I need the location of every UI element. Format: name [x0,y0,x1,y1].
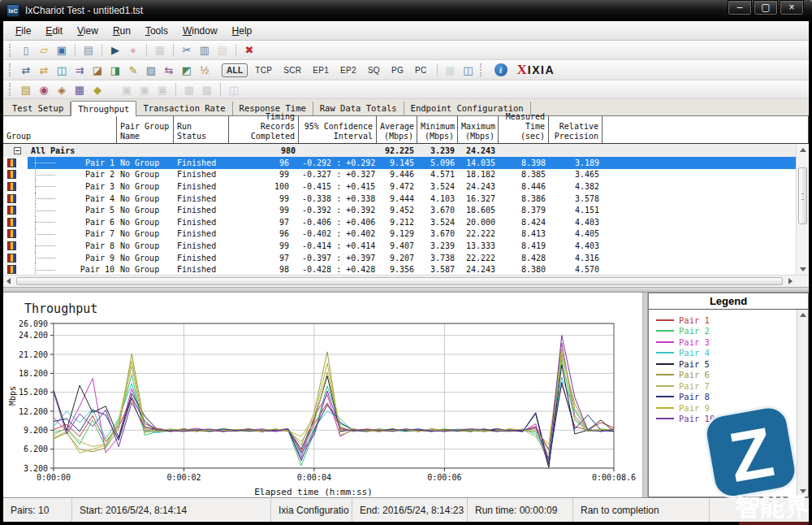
column-header-maximum[interactable]: Maximum(Mbps) [458,116,499,143]
legend-item-pair-1[interactable]: Pair 1 [649,315,795,326]
legend-item-pair-8[interactable]: Pair 8 [649,392,795,403]
column-header-timing-records[interactable]: Timing RecordsCompleted [229,116,299,143]
scroll-thumb[interactable] [798,167,807,224]
change-address-icon[interactable]: ◩ [179,63,195,77]
filter-tcp[interactable]: TCP [251,64,276,76]
toolbar-grip[interactable] [480,63,483,76]
legend-item-pair-4[interactable]: Pair 4 [649,348,795,359]
cut-icon[interactable]: ✂ [179,43,195,58]
abandon-poll-icon[interactable]: ◈ [54,82,70,97]
title-bar[interactable]: IxC IxChariot Test - untitled1.tst – ▢ × [0,0,812,21]
legend-scrollbar[interactable] [797,310,808,497]
connect-console-icon[interactable]: ▤ [18,82,34,97]
table-row-pair-4[interactable]: Pair 4No GroupFinished99-0.338 : +0.3389… [3,193,809,205]
svg-text:3.200: 3.200 [24,464,48,473]
table-row-pair-8[interactable]: Pair 8No GroupFinished99-0.414 : +0.4149… [3,240,809,252]
legend-item-pair-3[interactable]: Pair 3 [649,336,795,348]
table-vertical-scrollbar[interactable] [796,145,809,275]
scroll-up-arrow[interactable] [800,313,806,317]
delete-icon[interactable]: ✖ [241,43,257,58]
table-row-pair-7[interactable]: Pair 7No GroupFinished96-0.402 : +0.4029… [3,228,809,241]
toolbar-grip[interactable] [9,83,12,96]
add-vpn-pair-icon[interactable]: ◫ [54,63,70,77]
menu-window[interactable]: Window [175,23,225,39]
new-file-icon[interactable]: ▯ [18,43,34,58]
column-header-95-confidence[interactable]: 95% ConfidenceInterval [299,116,377,143]
column-header-run-status[interactable]: Run Status [174,116,229,143]
menu-file[interactable]: File [8,23,38,39]
scroll-down-arrow[interactable] [800,267,806,271]
wizard-icon[interactable]: ◫ [460,63,477,77]
close-button[interactable]: × [780,0,804,15]
scroll-up-arrow[interactable] [800,148,806,152]
add-multicast-group-icon[interactable]: ◪ [89,63,106,77]
filter-pc[interactable]: PC [411,64,431,76]
legend-item-pair-9[interactable]: Pair 9 [649,402,795,414]
all-pairs-group-row[interactable]: All Pairs98092.2253.23924.243 [3,144,809,157]
copy-icon[interactable]: ▥ [197,43,213,58]
view-tabs: Test SetupThroughputTransaction RateResp… [3,99,809,115]
minimize-button[interactable]: – [728,0,752,15]
edit-pair-icon[interactable]: ✎ [125,63,141,77]
toolbar-grip[interactable] [9,63,12,76]
poll-endpoints-icon[interactable]: ◉ [36,82,52,97]
filter-ep1[interactable]: EP1 [309,64,333,76]
menu-tools[interactable]: Tools [138,23,175,39]
schedule-icon[interactable]: ◆ [89,82,106,97]
table-row-pair-9[interactable]: Pair 9No GroupFinished97-0.397 : +0.3979… [3,252,809,264]
info-icon[interactable]: i [495,63,508,76]
filter-ep2[interactable]: EP2 [336,64,361,76]
legend-item-pair-6[interactable]: Pair 6 [649,370,795,381]
column-header-measured[interactable]: MeasuredTime (sec) [499,116,549,143]
menu-run[interactable]: Run [106,23,138,39]
tab-raw-data-totals[interactable]: Raw Data Totals [313,102,404,115]
scroll-down-arrow[interactable] [800,489,806,493]
filter-pg[interactable]: PG [387,64,408,76]
table-horizontal-scrollbar[interactable] [3,275,809,287]
save-icon[interactable]: ▣ [54,43,70,58]
tab-test-setup[interactable]: Test Setup [6,102,71,115]
run-test-icon[interactable]: ▶ [107,43,123,58]
tab-throughput[interactable]: Throughput [71,101,136,116]
add-hardware-pair-icon[interactable]: ⇉ [71,63,88,77]
table-cell: No Group [117,265,174,274]
toolbar-grip[interactable] [9,44,12,57]
table-row-pair-1[interactable]: Pair 1No GroupFinished96-0.292 : +0.2929… [3,157,809,169]
legend-item-pair-7[interactable]: Pair 7 [649,380,795,392]
filter-scr[interactable]: SCR [279,64,305,76]
swap-endpoints-icon[interactable]: ⇆ [161,63,177,77]
legend-item-pair-5[interactable]: Pair 5 [649,358,795,370]
add-pair-icon[interactable]: ⇄ [18,63,34,77]
table-row-pair-6[interactable]: Pair 6No GroupFinished97-0.406 : +0.4069… [3,216,809,228]
open-folder-icon[interactable]: ▱ [36,43,52,58]
table-row-pair-5[interactable]: Pair 5No GroupFinished99-0.392 : +0.3929… [3,204,809,216]
menu-edit[interactable]: Edit [38,23,70,39]
collapse-icon[interactable] [14,147,21,154]
column-header-relative[interactable]: RelativePrecision [549,116,603,143]
menu-help[interactable]: Help [225,23,260,39]
scroll-left-arrow[interactable] [6,278,11,284]
group-tools-icon[interactable]: ▦ [71,82,88,97]
maximize-button[interactable]: ▢ [754,0,778,15]
column-header-pair-group[interactable]: Pair GroupName [117,116,174,143]
filter-all[interactable]: ALL [222,63,248,77]
horizontal-splitter[interactable] [3,287,809,293]
menu-view[interactable]: View [70,23,106,39]
legend-item-pair-2[interactable]: Pair 2 [649,326,795,337]
replicate-pair-icon[interactable]: ▨ [143,63,159,77]
reorder-pairs-icon[interactable]: ½ [197,63,213,77]
print-icon[interactable]: ▤ [80,43,97,58]
column-header-group[interactable]: Group [3,116,117,143]
table-row-pair-2[interactable]: Pair 2No GroupFinished99-0.327 : +0.3279… [3,169,809,181]
column-header-average[interactable]: Average(Mbps) [377,116,417,143]
table-row-pair-3[interactable]: Pair 3No GroupFinished100-0.415 : +0.415… [3,180,809,193]
table-row-pair-10[interactable]: Pair 10No GroupFinished98-0.428 : +0.428… [3,263,809,276]
filter-sq[interactable]: SQ [364,64,384,76]
tab-transaction-rate[interactable]: Transaction Rate [136,102,232,115]
legend-item-pair-10[interactable]: Pair 10 [649,414,795,425]
column-header-minimum[interactable]: Minimum(Mbps) [417,116,458,143]
scroll-thumb[interactable] [16,277,783,285]
add-replicated-pair-icon[interactable]: ⇄ [36,63,52,77]
add-video-pair-icon[interactable]: ◨ [107,63,123,77]
scroll-right-arrow[interactable] [788,278,793,284]
